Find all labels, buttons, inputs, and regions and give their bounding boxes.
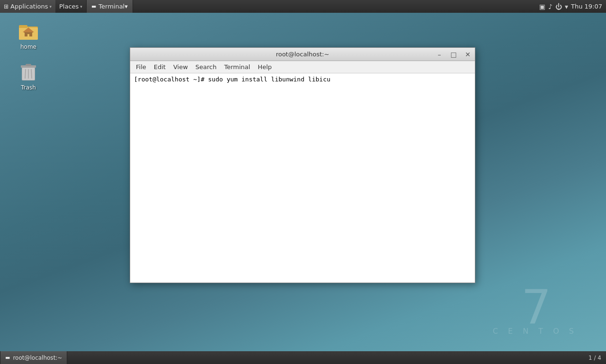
search-menu-label: Search (196, 63, 217, 71)
panel-left: ⊞ Applications ▾ Places ▾ ▬ Terminal ▾ (0, 0, 133, 13)
file-menu-label: File (136, 63, 146, 71)
view-menu[interactable]: View (169, 61, 192, 73)
minimize-icon: – (438, 51, 441, 58)
taskbar-terminal-item[interactable]: ▬ root@localhost:~ (0, 351, 67, 364)
edit-menu-label: Edit (154, 63, 166, 71)
display-icon[interactable]: ▣ (539, 3, 545, 10)
trash-icon[interactable]: Trash (9, 60, 47, 91)
taskbar-terminal-icon: ▬ (5, 355, 10, 361)
centos-number: 7 (521, 284, 549, 331)
minimize-button[interactable]: – (432, 48, 446, 61)
terminal-title: root@localhost:~ (276, 51, 330, 58)
svg-rect-2 (19, 25, 27, 28)
terminal-command-line: [root@localhost ~]# sudo yum install lib… (134, 75, 471, 84)
terminal-menubar: File Edit View Search Terminal Help (130, 61, 475, 73)
volume-icon[interactable]: ♪ (548, 3, 553, 10)
taskbar: ▬ root@localhost:~ 1 / 4 (0, 351, 606, 364)
terminal-panel-tab[interactable]: ▬ Terminal ▾ (86, 0, 133, 13)
terminal-tab-label: Terminal (98, 3, 125, 10)
close-icon: ✕ (465, 51, 471, 58)
places-arrow-icon: ▾ (80, 4, 82, 9)
search-menu[interactable]: Search (192, 61, 221, 73)
svg-rect-8 (26, 64, 31, 66)
clock: Thu 19:07 (571, 3, 602, 10)
places-menu[interactable]: Places ▾ (55, 0, 86, 13)
desktop-icons-container: home Trash (9, 19, 47, 91)
panel-right: ▣ ♪ ⏻ ▾ Thu 19:07 (539, 0, 606, 13)
close-button[interactable]: ✕ (461, 48, 475, 61)
taskbar-item-label: root@localhost:~ (13, 355, 62, 361)
applications-icon: ⊞ (4, 3, 9, 10)
file-menu[interactable]: File (132, 61, 150, 73)
trash-label: Trash (21, 84, 36, 91)
terminal-controls: – □ ✕ (432, 48, 475, 61)
terminal-menu[interactable]: Terminal (220, 61, 254, 73)
help-menu-label: Help (258, 63, 272, 71)
home-label: home (20, 44, 36, 50)
power-arrow-icon[interactable]: ▾ (565, 3, 568, 10)
maximize-button[interactable]: □ (446, 48, 461, 61)
terminal-window: root@localhost:~ – □ ✕ File Edit View Se… (130, 47, 475, 283)
centos-watermark: 7 C E N T O S (493, 284, 578, 336)
terminal-menu-label: Terminal (224, 63, 250, 71)
trash-image (17, 60, 40, 82)
centos-name: C E N T O S (493, 327, 578, 336)
applications-arrow-icon: ▾ (49, 4, 52, 9)
power-icon[interactable]: ⏻ (555, 3, 562, 10)
home-folder-image (17, 19, 40, 42)
applications-label: Applications (10, 3, 48, 10)
terminal-content[interactable]: [root@localhost ~]# sudo yum install lib… (130, 73, 475, 283)
svg-line-11 (31, 69, 32, 79)
edit-menu[interactable]: Edit (150, 61, 169, 73)
maximize-icon: □ (450, 51, 456, 58)
places-label: Places (59, 3, 79, 10)
view-menu-label: View (173, 63, 188, 71)
terminal-titlebar: root@localhost:~ – □ ✕ (130, 48, 475, 61)
top-panel: ⊞ Applications ▾ Places ▾ ▬ Terminal ▾ ▣… (0, 0, 606, 13)
svg-line-9 (25, 69, 26, 79)
terminal-panel-icon: ▬ (91, 3, 96, 9)
help-menu[interactable]: Help (254, 61, 276, 73)
home-folder-icon[interactable]: home (9, 19, 47, 50)
workspace-indicator[interactable]: 1 / 4 (588, 355, 606, 361)
terminal-arrow-icon: ▾ (125, 3, 128, 10)
applications-menu[interactable]: ⊞ Applications ▾ (0, 0, 55, 13)
